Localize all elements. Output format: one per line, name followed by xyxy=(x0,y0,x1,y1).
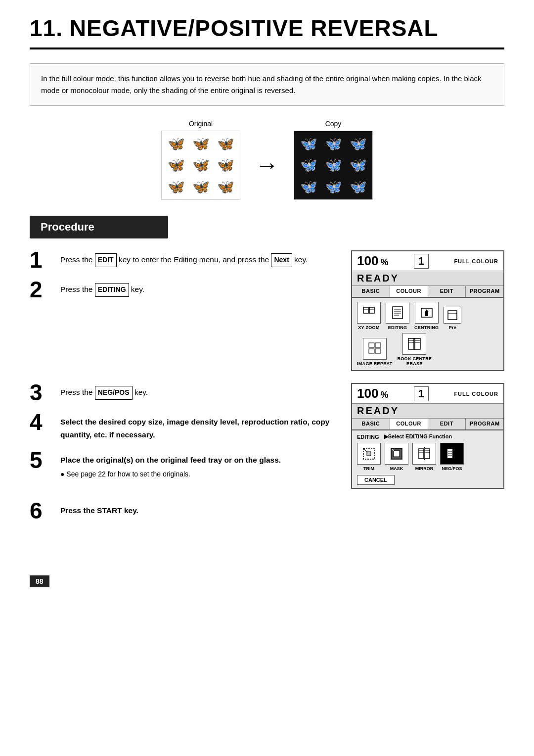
screen-1-icons-row2: IMAGE REPEAT xyxy=(357,333,498,366)
svg-rect-2 xyxy=(369,307,374,313)
icon-centring: CENTRING xyxy=(414,302,439,330)
svg-line-27 xyxy=(363,448,367,452)
mirror-icon-box xyxy=(412,443,436,465)
copy-butterfly-6: 🦋 xyxy=(347,155,369,175)
copy-butterfly-1: 🦋 xyxy=(297,134,320,153)
butterfly-4: 🦋 xyxy=(165,155,187,175)
screen-2-cancel-row: CANCEL xyxy=(357,474,498,485)
cancel-button[interactable]: CANCEL xyxy=(357,475,395,485)
butterfly-9: 🦋 xyxy=(214,177,237,196)
screen-2-panel: 100 % 1 FULL COLOUR READY BASIC COLOUR E… xyxy=(351,383,504,489)
step-3-content: Press the NEG/POS key. xyxy=(60,383,341,400)
tab-colour-1[interactable]: COLOUR xyxy=(390,286,428,297)
step-3-left: 3 Press the NEG/POS key. 4 Select the de… xyxy=(30,383,341,489)
original-grid: 🦋 🦋 🦋 🦋 🦋 🦋 🦋 🦋 🦋 xyxy=(161,131,240,200)
step-1-row: 1 Press the EDIT key to enter the Editin… xyxy=(30,250,504,371)
icon-book-centre: BOOK CENTRE ERASE xyxy=(397,333,432,366)
screen-2-icons-row: TRIM MASK xyxy=(357,443,498,471)
arrow-icon: → xyxy=(255,151,279,179)
intro-text: In the full colour mode, this function a… xyxy=(41,73,493,96)
screen-1-percent-sign: % xyxy=(380,257,388,268)
screen-2-tabs: BASIC COLOUR EDIT PROGRAM xyxy=(352,419,503,430)
screen-1-ready: READY xyxy=(352,271,503,286)
step-5-number: 5 xyxy=(30,449,50,472)
svg-rect-41 xyxy=(447,449,452,458)
step-1: 1 Press the EDIT key to enter the Editin… xyxy=(30,250,341,271)
screen-2-editing-row: EDITING ▶Select EDITING Function xyxy=(357,433,498,440)
tab-edit-2[interactable]: EDIT xyxy=(428,419,466,429)
copy-butterfly-8: 🦋 xyxy=(322,177,345,196)
tab-basic-1[interactable]: BASIC xyxy=(352,286,390,297)
svg-rect-15 xyxy=(375,343,381,347)
butterfly-6: 🦋 xyxy=(214,155,237,175)
screen-2-percentage: 100 xyxy=(357,386,378,401)
icon-mirror: MIRROR xyxy=(412,443,436,471)
screen-1-mode: FULL COLOUR xyxy=(454,258,498,264)
diagram-area: Original 🦋 🦋 🦋 🦋 🦋 🦋 🦋 🦋 🦋 → Copy 🦋 🦋 🦋 … xyxy=(30,120,504,200)
svg-rect-30 xyxy=(394,451,400,457)
screen-2-copy-count: 1 xyxy=(414,386,429,401)
step-5: 5 Place the original(s) on the original … xyxy=(30,451,341,480)
screen-2-ready: READY xyxy=(352,404,503,419)
procedure-header: Procedure xyxy=(30,216,168,238)
mirror-label: MIRROR xyxy=(415,466,434,471)
xy-zoom-label: XY ZOOM xyxy=(358,325,379,330)
screen-1-tabs: BASIC COLOUR EDIT PROGRAM xyxy=(352,286,503,298)
editing-icon-box xyxy=(386,302,409,324)
neg-pos-icon-box xyxy=(440,443,464,465)
screen-1-copy-count: 1 xyxy=(414,254,429,269)
page-title: 11. NEGATIVE/POSITIVE REVERSAL xyxy=(30,15,504,49)
step-1-left: 1 Press the EDIT key to enter the Editin… xyxy=(30,250,341,310)
image-repeat-icon-box xyxy=(363,338,387,360)
screen-1: 100 % 1 FULL COLOUR READY BASIC COLOUR E… xyxy=(351,250,504,371)
screen-2: 100 % 1 FULL COLOUR READY BASIC COLOUR E… xyxy=(351,383,504,489)
tab-colour-2[interactable]: COLOUR xyxy=(390,419,428,429)
step-6: 6 Press the START key. xyxy=(30,501,504,522)
step-6-number: 6 xyxy=(30,499,50,522)
screen-1-body: XY ZOOM xyxy=(352,298,503,370)
svg-rect-4 xyxy=(393,307,402,319)
copy-butterfly-7: 🦋 xyxy=(297,177,320,196)
svg-rect-14 xyxy=(369,343,374,347)
svg-rect-0 xyxy=(363,307,368,313)
edit-key: EDIT xyxy=(95,253,117,267)
next-key: Next xyxy=(271,253,292,267)
pre-label: Pre xyxy=(449,325,456,330)
copy-butterfly-9: 🦋 xyxy=(347,177,369,196)
step-2-number: 2 xyxy=(30,278,50,301)
icon-pre: Pre xyxy=(444,307,461,330)
step-2: 2 Press the EDITING key. xyxy=(30,280,341,301)
icon-neg-pos: NEG/POS xyxy=(440,443,464,471)
svg-rect-28 xyxy=(367,452,371,456)
svg-rect-32 xyxy=(419,449,424,459)
tab-basic-2[interactable]: BASIC xyxy=(352,419,390,429)
step-3: 3 Press the NEG/POS key. xyxy=(30,383,341,404)
original-panel: Original 🦋 🦋 🦋 🦋 🦋 🦋 🦋 🦋 🦋 xyxy=(161,120,240,200)
tab-edit-1[interactable]: EDIT xyxy=(428,286,466,297)
book-centre-label: BOOK CENTRE xyxy=(397,356,432,361)
xy-zoom-icon-box xyxy=(357,302,381,324)
copy-panel: Copy 🦋 🦋 🦋 🦋 🦋 🦋 🦋 🦋 🦋 xyxy=(294,120,373,200)
step-5-content: Place the original(s) on the original fe… xyxy=(60,451,341,480)
screen-1-percentage: 100 xyxy=(357,253,378,269)
step-4: 4 Select the desired copy size, image de… xyxy=(30,413,341,442)
tab-program-1[interactable]: PROGRAM xyxy=(466,286,503,297)
screen-2-topbar: 100 % 1 FULL COLOUR xyxy=(352,384,503,404)
tab-program-2[interactable]: PROGRAM xyxy=(466,419,503,429)
butterfly-5: 🦋 xyxy=(189,155,212,175)
copy-butterfly-4: 🦋 xyxy=(297,155,320,175)
svg-marker-10 xyxy=(425,309,429,312)
step-3-number: 3 xyxy=(30,381,50,404)
trim-label: TRIM xyxy=(363,466,374,471)
book-centre-label2: ERASE xyxy=(406,361,423,366)
step-4-content: Select the desired copy size, image dens… xyxy=(60,413,341,442)
editing-label: EDITING xyxy=(388,325,407,330)
icon-trim: TRIM xyxy=(357,443,381,471)
copy-grid: 🦋 🦋 🦋 🦋 🦋 🦋 🦋 🦋 🦋 xyxy=(294,131,373,200)
icon-xy-zoom: XY ZOOM xyxy=(357,302,381,330)
svg-rect-11 xyxy=(425,312,428,316)
copy-butterfly-2: 🦋 xyxy=(322,134,345,153)
butterfly-3: 🦋 xyxy=(214,134,237,153)
pre-icon-box xyxy=(444,307,461,324)
screen-2-editing-label: EDITING xyxy=(357,434,379,440)
